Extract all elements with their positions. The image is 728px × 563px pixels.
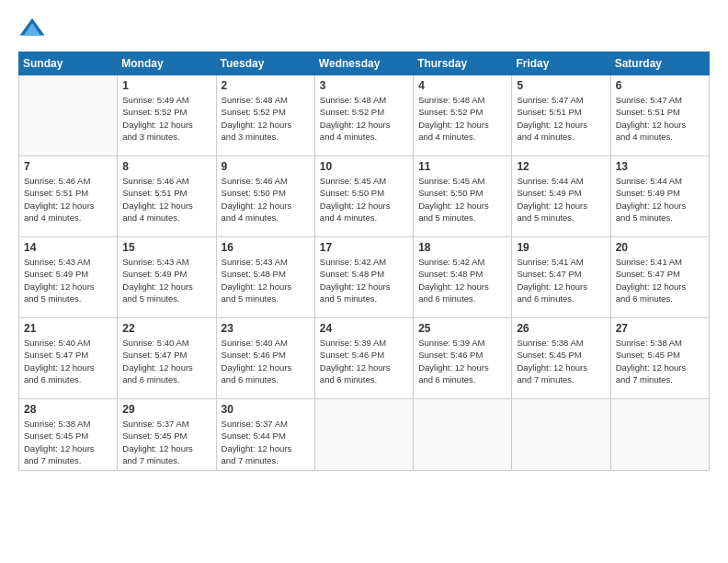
day-info: Sunrise: 5:40 AM Sunset: 5:47 PM Dayligh… [122,337,210,385]
calendar-cell: 17Sunrise: 5:42 AM Sunset: 5:48 PM Dayli… [314,237,413,318]
calendar-cell: 18Sunrise: 5:42 AM Sunset: 5:48 PM Dayli… [414,237,512,318]
day-number: 24 [320,322,408,335]
day-number: 7 [24,160,112,173]
calendar-cell: 19Sunrise: 5:41 AM Sunset: 5:47 PM Dayli… [512,237,610,318]
calendar-cell: 28Sunrise: 5:38 AM Sunset: 5:45 PM Dayli… [19,399,118,471]
calendar-cell [19,75,118,156]
day-info: Sunrise: 5:39 AM Sunset: 5:46 PM Dayligh… [418,337,506,385]
day-info: Sunrise: 5:41 AM Sunset: 5:47 PM Dayligh… [616,256,704,304]
day-number: 18 [418,241,506,254]
day-number: 5 [517,79,605,92]
day-number: 2 [222,79,310,92]
day-info: Sunrise: 5:44 AM Sunset: 5:49 PM Dayligh… [517,175,605,224]
calendar-cell: 22Sunrise: 5:40 AM Sunset: 5:47 PM Dayli… [118,318,216,399]
day-number: 16 [222,241,310,254]
logo [18,15,50,42]
calendar-cell: 25Sunrise: 5:39 AM Sunset: 5:46 PM Dayli… [414,318,512,399]
calendar-cell: 23Sunrise: 5:40 AM Sunset: 5:46 PM Dayli… [216,318,314,399]
day-number: 20 [616,241,704,254]
day-info: Sunrise: 5:45 AM Sunset: 5:50 PM Dayligh… [418,175,506,224]
calendar-cell: 29Sunrise: 5:37 AM Sunset: 5:45 PM Dayli… [118,399,216,471]
calendar-header: SundayMondayTuesdayWednesdayThursdayFrid… [19,52,710,75]
calendar-body: 1Sunrise: 5:49 AM Sunset: 5:52 PM Daylig… [19,75,710,471]
day-info: Sunrise: 5:44 AM Sunset: 5:49 PM Dayligh… [616,175,704,224]
calendar-cell: 14Sunrise: 5:43 AM Sunset: 5:49 PM Dayli… [19,237,118,318]
header [18,15,710,42]
day-number: 15 [122,241,210,254]
day-info: Sunrise: 5:38 AM Sunset: 5:45 PM Dayligh… [616,337,704,385]
day-number: 4 [418,79,506,92]
day-info: Sunrise: 5:43 AM Sunset: 5:49 PM Dayligh… [24,256,112,304]
calendar-cell: 4Sunrise: 5:48 AM Sunset: 5:52 PM Daylig… [414,75,512,156]
calendar-week-row: 1Sunrise: 5:49 AM Sunset: 5:52 PM Daylig… [19,75,710,156]
header-row: SundayMondayTuesdayWednesdayThursdayFrid… [19,52,710,75]
calendar-cell: 15Sunrise: 5:43 AM Sunset: 5:49 PM Dayli… [118,237,216,318]
day-info: Sunrise: 5:45 AM Sunset: 5:50 PM Dayligh… [320,175,408,224]
day-info: Sunrise: 5:43 AM Sunset: 5:49 PM Dayligh… [122,256,210,304]
day-info: Sunrise: 5:48 AM Sunset: 5:52 PM Dayligh… [320,94,408,143]
calendar-cell: 5Sunrise: 5:47 AM Sunset: 5:51 PM Daylig… [512,75,610,156]
calendar-cell: 2Sunrise: 5:48 AM Sunset: 5:52 PM Daylig… [216,75,314,156]
calendar-cell: 10Sunrise: 5:45 AM Sunset: 5:50 PM Dayli… [314,156,413,237]
day-number: 1 [122,79,210,92]
calendar-cell: 16Sunrise: 5:43 AM Sunset: 5:48 PM Dayli… [216,237,314,318]
calendar-cell: 9Sunrise: 5:46 AM Sunset: 5:50 PM Daylig… [216,156,314,237]
calendar-cell: 11Sunrise: 5:45 AM Sunset: 5:50 PM Dayli… [414,156,512,237]
calendar-cell: 21Sunrise: 5:40 AM Sunset: 5:47 PM Dayli… [19,318,118,399]
day-info: Sunrise: 5:39 AM Sunset: 5:46 PM Dayligh… [320,337,408,385]
day-number: 3 [320,79,408,92]
day-info: Sunrise: 5:48 AM Sunset: 5:52 PM Dayligh… [418,94,506,143]
day-number: 11 [418,160,506,173]
day-number: 22 [122,322,210,335]
day-number: 21 [24,322,112,335]
calendar-cell: 6Sunrise: 5:47 AM Sunset: 5:51 PM Daylig… [610,75,709,156]
day-number: 28 [24,403,112,416]
header-day: Monday [118,52,216,75]
calendar-cell: 13Sunrise: 5:44 AM Sunset: 5:49 PM Dayli… [610,156,709,237]
calendar-cell: 26Sunrise: 5:38 AM Sunset: 5:45 PM Dayli… [512,318,610,399]
day-number: 17 [320,241,408,254]
header-day: Saturday [610,52,709,75]
day-info: Sunrise: 5:37 AM Sunset: 5:45 PM Dayligh… [122,418,210,466]
header-day: Friday [512,52,610,75]
calendar-cell [512,399,610,471]
day-info: Sunrise: 5:48 AM Sunset: 5:52 PM Dayligh… [222,94,310,143]
calendar-cell: 24Sunrise: 5:39 AM Sunset: 5:46 PM Dayli… [314,318,413,399]
day-info: Sunrise: 5:41 AM Sunset: 5:47 PM Dayligh… [517,256,605,304]
calendar-cell: 12Sunrise: 5:44 AM Sunset: 5:49 PM Dayli… [512,156,610,237]
header-day: Sunday [19,52,118,75]
calendar-week-row: 7Sunrise: 5:46 AM Sunset: 5:51 PM Daylig… [19,156,710,237]
calendar-cell: 1Sunrise: 5:49 AM Sunset: 5:52 PM Daylig… [118,75,216,156]
day-info: Sunrise: 5:47 AM Sunset: 5:51 PM Dayligh… [616,94,704,143]
calendar-table: SundayMondayTuesdayWednesdayThursdayFrid… [18,52,710,471]
day-number: 26 [517,322,605,335]
day-number: 29 [122,403,210,416]
day-number: 9 [222,160,310,173]
day-number: 12 [517,160,605,173]
calendar-week-row: 28Sunrise: 5:38 AM Sunset: 5:45 PM Dayli… [19,399,710,471]
logo-icon [18,15,46,42]
calendar-cell: 3Sunrise: 5:48 AM Sunset: 5:52 PM Daylig… [314,75,413,156]
header-day: Thursday [414,52,512,75]
calendar-cell: 7Sunrise: 5:46 AM Sunset: 5:51 PM Daylig… [19,156,118,237]
header-day: Tuesday [216,52,314,75]
day-number: 25 [418,322,506,335]
day-number: 6 [616,79,704,92]
day-number: 23 [222,322,310,335]
day-info: Sunrise: 5:37 AM Sunset: 5:44 PM Dayligh… [222,418,310,466]
day-info: Sunrise: 5:38 AM Sunset: 5:45 PM Dayligh… [517,337,605,385]
day-info: Sunrise: 5:40 AM Sunset: 5:46 PM Dayligh… [222,337,310,385]
day-info: Sunrise: 5:42 AM Sunset: 5:48 PM Dayligh… [418,256,506,304]
calendar-week-row: 14Sunrise: 5:43 AM Sunset: 5:49 PM Dayli… [19,237,710,318]
day-info: Sunrise: 5:47 AM Sunset: 5:51 PM Dayligh… [517,94,605,143]
day-info: Sunrise: 5:42 AM Sunset: 5:48 PM Dayligh… [320,256,408,304]
day-number: 10 [320,160,408,173]
calendar-cell: 8Sunrise: 5:46 AM Sunset: 5:51 PM Daylig… [118,156,216,237]
day-info: Sunrise: 5:49 AM Sunset: 5:52 PM Dayligh… [122,94,210,143]
day-info: Sunrise: 5:46 AM Sunset: 5:51 PM Dayligh… [122,175,210,224]
day-info: Sunrise: 5:43 AM Sunset: 5:48 PM Dayligh… [222,256,310,304]
day-info: Sunrise: 5:38 AM Sunset: 5:45 PM Dayligh… [24,418,112,466]
calendar-cell: 20Sunrise: 5:41 AM Sunset: 5:47 PM Dayli… [610,237,709,318]
header-day: Wednesday [314,52,413,75]
calendar-cell [414,399,512,471]
